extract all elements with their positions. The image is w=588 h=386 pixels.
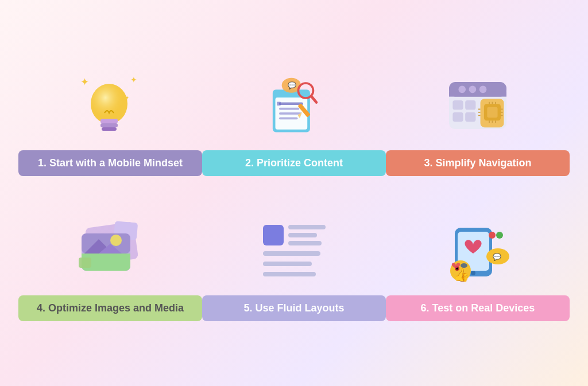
label-4: 4. Optimize Images and Media — [18, 295, 202, 321]
svg-rect-31 — [465, 112, 475, 121]
svg-rect-12 — [279, 112, 301, 115]
svg-point-62 — [461, 263, 467, 268]
svg-line-18 — [311, 96, 316, 102]
svg-point-67 — [489, 232, 496, 239]
calendar-icon — [446, 77, 509, 134]
cell-1: ✦ ✦ ✦ — [18, 65, 202, 176]
svg-rect-14 — [277, 102, 281, 106]
svg-text:✦: ✦ — [130, 75, 137, 84]
svg-rect-11 — [279, 107, 299, 110]
cell-3: 3. Simplify Navigation — [386, 65, 570, 176]
svg-rect-23 — [449, 91, 506, 96]
label-5: 5. Use Fluid Layouts — [202, 295, 386, 321]
layout-icon-area — [254, 210, 334, 291]
svg-rect-13 — [279, 117, 298, 119]
main-grid: ✦ ✦ ✦ — [18, 65, 570, 321]
svg-text:💬: 💬 — [288, 81, 297, 89]
svg-rect-55 — [79, 258, 91, 268]
svg-point-24 — [458, 85, 466, 93]
content-icon: 💬 — [257, 65, 331, 146]
cell-4: 4. Optimize Images and Media — [18, 210, 202, 321]
label-3: 3. Simplify Navigation — [386, 150, 570, 176]
label-2: 2. Prioritize Content — [202, 150, 386, 176]
devices-icon: 👍 💬 — [438, 213, 518, 288]
svg-point-53 — [110, 235, 122, 246]
svg-rect-33 — [487, 107, 497, 117]
svg-point-68 — [496, 232, 503, 239]
svg-text:✦: ✦ — [80, 76, 89, 88]
svg-rect-28 — [452, 100, 463, 109]
calendar-icon-area — [438, 65, 518, 146]
label-6: 6. Test on Real Devices — [386, 295, 570, 321]
devices-icon-area: 👍 💬 — [438, 210, 518, 291]
svg-text:👍: 👍 — [454, 267, 470, 283]
cell-6: 👍 💬 6. Test on Real Devices — [386, 210, 570, 321]
svg-rect-30 — [452, 112, 463, 121]
svg-text:💬: 💬 — [493, 252, 501, 261]
svg-point-25 — [469, 85, 477, 93]
layout-icon — [252, 213, 337, 288]
svg-rect-29 — [465, 100, 475, 109]
image-icon — [73, 216, 148, 285]
svg-point-26 — [479, 85, 487, 93]
image-icon-area — [70, 210, 150, 291]
svg-rect-5 — [100, 119, 118, 123]
svg-point-4 — [91, 84, 127, 124]
cell-2: 💬 2. Prioritize Content — [202, 65, 386, 176]
lightbulb-icon-area: ✦ ✦ ✦ — [70, 65, 150, 146]
svg-rect-6 — [100, 123, 118, 127]
svg-point-58 — [471, 271, 475, 275]
cell-5: 5. Use Fluid Layouts — [202, 210, 386, 321]
svg-rect-7 — [102, 127, 117, 131]
lightbulb-icon: ✦ ✦ ✦ — [76, 68, 145, 143]
content-icon-area: 💬 — [254, 65, 334, 146]
label-1: 1. Start with a Mobile Mindset — [18, 150, 202, 176]
